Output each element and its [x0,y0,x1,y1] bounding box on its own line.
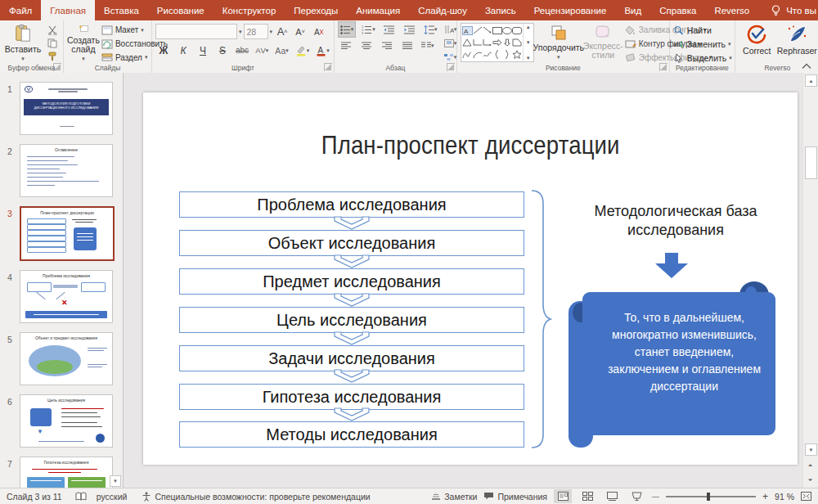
zoom-slider[interactable] [666,496,756,497]
bold-button[interactable]: Ж [155,43,172,58]
tab-file[interactable]: Файл [0,0,41,20]
tab-transitions[interactable]: Переходы [285,0,347,20]
bullets-button[interactable]: ▾ [338,21,357,38]
thumbnail-slide-6[interactable]: 6 Цель исследования ▼ [0,394,116,448]
thumbnail-slide-4[interactable]: 4 Проблема исследования ✕ [0,270,116,323]
vertical-scrollbar[interactable]: ▲ ▼ ⏶ ⏷ [802,73,818,488]
tab-record[interactable]: Запись [476,0,525,20]
spellcheck-icon[interactable] [75,492,87,502]
right-brace-shape[interactable] [529,189,552,449]
scroll-down-button[interactable]: ▼ [805,443,817,456]
flow-box-tasks[interactable]: Задачи исследования [179,345,524,371]
slideshow-view-button[interactable] [627,489,645,503]
tab-review[interactable]: Рецензирование [525,0,616,20]
zoom-out-button[interactable]: — [652,493,659,501]
shapes-gallery[interactable]: A [461,23,534,62]
comments-toggle[interactable]: Примечания [483,492,547,502]
down-arrow-shape[interactable] [654,253,690,279]
subscript-abc-button[interactable]: abc [234,43,250,58]
zoom-in-button[interactable]: + [762,491,768,502]
highlight-color-button[interactable]: ▾ [294,43,312,58]
flow-box-hypothesis[interactable]: Гипотеза исследования [179,384,524,410]
accessibility-checker[interactable]: Специальные возможности: проверьте реком… [142,492,370,502]
font-color-button[interactable]: А▾ [314,43,331,58]
flow-box-goal[interactable]: Цель исследования [179,307,524,333]
thumbnail-slide-3-selected[interactable]: 3 План-проспект диссертации [0,206,116,261]
copy-button[interactable] [44,37,61,49]
clear-format-button[interactable]: А [310,25,326,39]
format-painter-button[interactable] [44,51,61,63]
quick-styles-button[interactable]: Экспресс-стили [583,23,623,63]
thumbnail-scroll-down-button[interactable]: ▼ [110,475,121,487]
shrink-font-button[interactable]: А˅ [292,25,308,39]
scrollbar-thumb[interactable] [805,146,817,179]
normal-view-button[interactable] [554,489,572,503]
font-size-combo[interactable]: 28 [244,24,268,39]
reverso-rephraser-button[interactable]: Rephraser [777,23,817,63]
tab-animations[interactable]: Анимация [347,0,409,20]
reading-view-button[interactable] [603,489,621,503]
strikethrough-button[interactable]: S [214,43,231,58]
font-dialog-launcher[interactable] [324,63,332,71]
language-indicator[interactable]: русский [97,492,128,502]
thumbnail-slide-2[interactable]: 2 Оглавление [0,144,116,197]
tab-draw[interactable]: Рисование [148,0,213,20]
flow-box-methods[interactable]: Методы исследования [179,421,524,448]
fit-slide-button[interactable] [801,492,811,501]
zoom-level[interactable]: 91 % [775,492,794,502]
flow-box-problem[interactable]: Проблема исследования [179,191,524,218]
align-center-button[interactable] [358,38,375,53]
decrease-indent-button[interactable] [381,22,398,37]
thumbnail-slide-5[interactable]: 5 Объект и предмет исследования [0,332,116,385]
slide-indicator[interactable]: Слайд 3 из 11 [7,492,62,502]
text-direction-button[interactable]: А▾ [442,23,458,35]
increase-indent-button[interactable] [402,22,418,37]
justify-button[interactable] [399,38,416,53]
tell-me-box[interactable]: Что вы хотите сделать? [758,0,818,20]
drawing-dialog-launcher[interactable] [659,63,667,71]
tab-view[interactable]: Вид [615,0,650,20]
tab-insert[interactable]: Вставка [95,0,148,20]
collapse-ribbon-button[interactable] [802,63,811,70]
slide-3-editing-surface[interactable]: План-проспект диссертации Проблема иссле… [143,92,798,465]
new-slide-button[interactable]: Создать слайд ▾ [67,23,100,63]
next-slide-button[interactable]: ⏷ [805,475,816,485]
paragraph-dialog-launcher[interactable] [447,63,455,71]
select-button[interactable]: Выделить▾ [673,52,732,63]
reverso-correct-button[interactable]: Correct [739,23,775,63]
zoom-slider-thumb[interactable] [707,493,710,501]
grow-font-button[interactable]: А˄ [274,25,290,39]
numbering-button[interactable]: 123▾ [360,22,377,37]
font-name-combo[interactable] [155,24,237,39]
tab-design[interactable]: Конструктор [213,0,285,20]
change-case-button[interactable]: Аа▾ [273,43,290,58]
italic-button[interactable]: К [175,43,191,58]
scroll-up-button[interactable]: ▲ [805,74,817,87]
tab-slideshow[interactable]: Слайд-шоу [409,0,476,20]
replace-button[interactable]: ab Заменить▾ [673,38,732,49]
align-left-button[interactable] [338,38,354,53]
thumbnail-slide-1[interactable]: 1 МЕТОДОЛОГИЯ ПОДГОТОВКИ ДИССЕРТАЦИОННОГ… [0,82,116,135]
flow-box-subject[interactable]: Предмет исследования [179,268,524,295]
slide-sorter-view-button[interactable] [578,489,596,503]
columns-button[interactable]: ▾ [420,38,436,53]
methodology-heading[interactable]: Методологическая база исследования [559,202,793,240]
tab-reverso[interactable]: Reverso [705,0,758,20]
vertical-scroll-shape[interactable]: То, что в дальнейшем, многократно измени… [569,281,775,448]
convert-smartart-button[interactable]: ▾ [442,51,458,63]
align-right-button[interactable] [379,38,395,53]
tab-help[interactable]: Справка [650,0,705,20]
paste-button[interactable]: Вставить ▾ [3,23,43,63]
tab-home[interactable]: Главная [41,0,95,20]
notes-toggle[interactable]: Заметки [431,492,477,502]
cut-button[interactable] [44,24,61,36]
character-spacing-button[interactable]: АV▾ [254,43,270,58]
arrange-button[interactable]: Упорядочить ▾ [536,23,582,63]
clipboard-dialog-launcher[interactable] [53,63,61,71]
slide-title[interactable]: План-проспект диссертации [143,130,798,160]
line-spacing-button[interactable]: ▾ [422,22,439,37]
thumbnail-slide-7[interactable]: 7 Гипотеза исследования [0,457,116,488]
previous-slide-button[interactable]: ⏶ [805,460,816,470]
find-button[interactable]: Найти [673,25,732,35]
shapes-gallery-scroll[interactable]: ▲▼▼ [523,24,533,61]
